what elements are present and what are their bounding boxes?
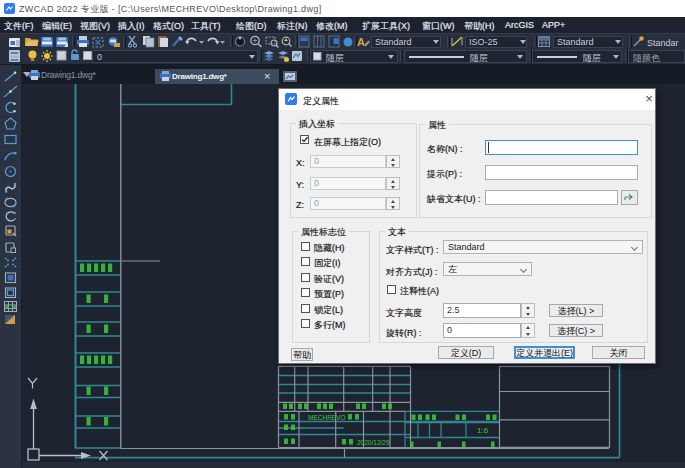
svg-text:A: A <box>357 36 365 48</box>
